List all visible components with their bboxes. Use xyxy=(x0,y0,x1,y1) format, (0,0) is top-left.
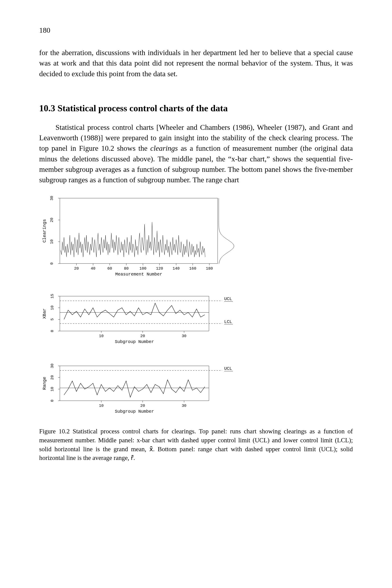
svg-text:0: 0 xyxy=(50,330,54,332)
svg-text:XBar: XBar xyxy=(42,308,47,319)
svg-text:10: 10 xyxy=(99,403,104,408)
figure-10-2: 010203020406080100120140160180Measuremen… xyxy=(39,194,353,418)
svg-text:5: 5 xyxy=(50,318,54,321)
section-paragraph: Statistical process control charts [Whee… xyxy=(39,122,353,185)
svg-text:20: 20 xyxy=(50,375,54,380)
svg-text:10: 10 xyxy=(50,387,54,392)
figure-caption: Figure 10.2 Statistical process control … xyxy=(39,427,353,462)
svg-text:Subgroup Number: Subgroup Number xyxy=(115,339,154,344)
svg-text:20: 20 xyxy=(140,334,145,338)
svg-text:140: 140 xyxy=(172,266,180,271)
svg-text:100: 100 xyxy=(139,266,146,271)
page: 180 for the aberration, discussions with… xyxy=(0,0,392,588)
svg-text:Clearings: Clearings xyxy=(42,219,47,243)
svg-text:Measurement Number: Measurement Number xyxy=(115,272,162,277)
svg-text:15: 15 xyxy=(50,294,54,299)
svg-text:Range: Range xyxy=(42,377,47,390)
svg-text:80: 80 xyxy=(124,266,129,271)
svg-text:10: 10 xyxy=(50,306,54,310)
svg-text:UCL: UCL xyxy=(224,297,232,302)
svg-text:120: 120 xyxy=(156,266,163,271)
intro-paragraph: for the aberration, discussions with ind… xyxy=(39,48,353,79)
svg-text:30: 30 xyxy=(182,334,186,338)
svg-text:20: 20 xyxy=(74,266,79,271)
clearings-italic: clearings xyxy=(150,144,178,152)
page-number: 180 xyxy=(39,26,353,35)
svg-text:LCL: LCL xyxy=(224,319,232,324)
svg-text:0: 0 xyxy=(50,400,54,402)
svg-text:30: 30 xyxy=(50,364,54,368)
svg-text:10: 10 xyxy=(99,334,104,338)
svg-text:UCL: UCL xyxy=(224,366,232,371)
svg-text:160: 160 xyxy=(189,266,196,271)
svg-text:40: 40 xyxy=(91,266,96,271)
xbar-chart: 051015102030Subgroup NumberXBarUCLLCL xyxy=(39,292,235,348)
svg-text:60: 60 xyxy=(107,266,112,271)
svg-text:30: 30 xyxy=(50,196,54,201)
svg-text:180: 180 xyxy=(206,266,213,271)
section-heading: 10.3 Statistical process control charts … xyxy=(39,103,353,114)
svg-text:Subgroup Number: Subgroup Number xyxy=(115,409,154,414)
clearings-runs-chart: 010203020406080100120140160180Measuremen… xyxy=(39,194,235,279)
svg-text:10: 10 xyxy=(50,240,54,244)
svg-text:20: 20 xyxy=(50,218,54,223)
svg-text:20: 20 xyxy=(140,403,145,408)
svg-text:30: 30 xyxy=(182,403,186,408)
svg-text:0: 0 xyxy=(50,262,54,265)
range-chart: 0102030102030Subgroup NumberRangeUCL xyxy=(39,361,235,418)
